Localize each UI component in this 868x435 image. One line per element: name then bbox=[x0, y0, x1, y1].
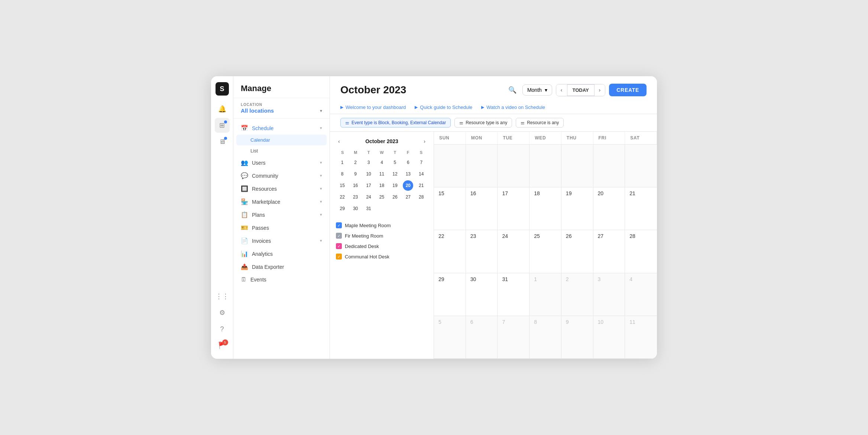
cal-cell-4-3[interactable]: 8 bbox=[529, 316, 561, 358]
sidebar-item-community[interactable]: 💬 Community ▾ bbox=[233, 169, 330, 182]
mini-date-3[interactable]: 3 bbox=[363, 157, 374, 168]
filter-resource-type[interactable]: ⚌ Resource type is any bbox=[454, 118, 512, 128]
mini-date-31[interactable]: 31 bbox=[363, 203, 374, 214]
cal-cell-3-6[interactable]: 4 bbox=[625, 273, 657, 316]
help-icon[interactable]: ? bbox=[215, 322, 230, 336]
monitor-icon[interactable]: 🖥 bbox=[215, 134, 230, 149]
mini-date-25[interactable]: 25 bbox=[376, 192, 387, 202]
resource-fir[interactable]: ✓ Fir Meeting Room bbox=[336, 231, 428, 241]
prev-month-button[interactable]: ‹ bbox=[556, 84, 567, 96]
cal-cell-2-2[interactable]: 24 bbox=[498, 230, 529, 273]
cal-cell-2-1[interactable]: 23 bbox=[466, 230, 498, 273]
cal-cell-3-0[interactable]: 29 bbox=[434, 273, 466, 316]
cal-cell-0-4[interactable] bbox=[561, 145, 593, 187]
cal-cell-3-2[interactable]: 31 bbox=[498, 273, 529, 316]
view-selector[interactable]: Month ▾ bbox=[522, 84, 552, 96]
bell-icon[interactable]: 🔔 bbox=[215, 102, 230, 116]
create-button[interactable]: CREATE bbox=[609, 84, 647, 96]
resource-dedicated[interactable]: ✓ Dedicated Desk bbox=[336, 241, 428, 251]
sidebar-item-schedule[interactable]: 📅 Schedule ▾ bbox=[233, 122, 330, 135]
cal-cell-0-5[interactable] bbox=[593, 145, 625, 187]
mini-date-1[interactable]: 1 bbox=[337, 157, 347, 168]
apps-grid-icon[interactable]: ⋮⋮ bbox=[215, 289, 230, 304]
sidebar-subitem-list[interactable]: List bbox=[233, 145, 330, 156]
location-selector[interactable]: All locations ▾ bbox=[241, 107, 322, 114]
video-link[interactable]: ▶ Watch a video on Schedule bbox=[481, 104, 545, 110]
next-month-button[interactable]: › bbox=[595, 84, 605, 96]
mini-date-12[interactable]: 12 bbox=[390, 169, 400, 179]
cal-cell-1-1[interactable]: 16 bbox=[466, 187, 498, 230]
mini-date-7[interactable]: 7 bbox=[416, 157, 427, 168]
mini-date-24[interactable]: 24 bbox=[363, 192, 374, 202]
cal-cell-2-6[interactable]: 28 bbox=[625, 230, 657, 273]
mini-date-5[interactable]: 5 bbox=[390, 157, 400, 168]
filter-resource[interactable]: ⚌ Resource is any bbox=[516, 118, 564, 128]
mini-date-17[interactable]: 17 bbox=[363, 180, 374, 191]
cal-cell-0-2[interactable] bbox=[498, 145, 529, 187]
cal-cell-2-3[interactable]: 25 bbox=[529, 230, 561, 273]
mini-date-20[interactable]: 20 bbox=[403, 180, 413, 191]
sidebar-item-passes[interactable]: 🎫 Passes bbox=[233, 221, 330, 234]
mini-next-button[interactable]: › bbox=[421, 138, 428, 145]
sidebar-subitem-calendar[interactable]: Calendar bbox=[236, 135, 327, 145]
mini-date-28[interactable]: 28 bbox=[416, 192, 427, 202]
mini-date-10[interactable]: 10 bbox=[363, 169, 374, 179]
app-logo[interactable]: S bbox=[216, 82, 229, 96]
mini-date-2[interactable]: 2 bbox=[350, 157, 361, 168]
cal-cell-1-4[interactable]: 19 bbox=[561, 187, 593, 230]
mini-prev-button[interactable]: ‹ bbox=[336, 138, 342, 145]
cal-cell-0-3[interactable] bbox=[529, 145, 561, 187]
cal-cell-0-1[interactable] bbox=[466, 145, 498, 187]
cal-cell-1-5[interactable]: 20 bbox=[593, 187, 625, 230]
cal-cell-4-1[interactable]: 6 bbox=[466, 316, 498, 358]
mini-date-30[interactable]: 30 bbox=[350, 203, 361, 214]
sidebar-item-invoices[interactable]: 📄 Invoices ▾ bbox=[233, 234, 330, 247]
cal-cell-3-1[interactable]: 30 bbox=[466, 273, 498, 316]
cal-cell-1-3[interactable]: 18 bbox=[529, 187, 561, 230]
flag-icon[interactable]: 🚩 5 bbox=[215, 338, 230, 353]
search-button[interactable]: 🔍 bbox=[506, 84, 519, 96]
cal-cell-2-5[interactable]: 27 bbox=[593, 230, 625, 273]
mini-date-22[interactable]: 22 bbox=[337, 192, 347, 202]
cal-cell-3-3[interactable]: 1 bbox=[529, 273, 561, 316]
mini-date-27[interactable]: 27 bbox=[403, 192, 413, 202]
sidebar-item-users[interactable]: 👥 Users ▾ bbox=[233, 156, 330, 169]
today-button[interactable]: TODAY bbox=[567, 84, 595, 96]
cal-cell-0-6[interactable] bbox=[625, 145, 657, 187]
resource-communal[interactable]: ✓ Communal Hot Desk bbox=[336, 251, 428, 262]
cal-cell-1-0[interactable]: 15 bbox=[434, 187, 466, 230]
cal-cell-2-0[interactable]: 22 bbox=[434, 230, 466, 273]
sidebar-item-marketplace[interactable]: 🏪 Marketplace ▾ bbox=[233, 195, 330, 208]
mini-date-9[interactable]: 9 bbox=[350, 169, 361, 179]
sidebar-item-analytics[interactable]: 📊 Analytics bbox=[233, 247, 330, 260]
mini-date-11[interactable]: 11 bbox=[376, 169, 387, 179]
cal-cell-3-5[interactable]: 3 bbox=[593, 273, 625, 316]
mini-date-4[interactable]: 4 bbox=[376, 157, 387, 168]
cal-cell-4-6[interactable]: 11 bbox=[625, 316, 657, 358]
grid-icon[interactable]: ⊞ bbox=[215, 118, 230, 133]
cal-cell-4-5[interactable]: 10 bbox=[593, 316, 625, 358]
mini-date-18[interactable]: 18 bbox=[376, 180, 387, 191]
mini-date-14[interactable]: 14 bbox=[416, 169, 427, 179]
mini-date-13[interactable]: 13 bbox=[403, 169, 413, 179]
mini-date-8[interactable]: 8 bbox=[337, 169, 347, 179]
mini-date-15[interactable]: 15 bbox=[337, 180, 347, 191]
sidebar-item-data-exporter[interactable]: 📤 Data Exporter bbox=[233, 260, 330, 273]
settings-icon[interactable]: ⚙ bbox=[215, 305, 230, 320]
cal-cell-2-4[interactable]: 26 bbox=[561, 230, 593, 273]
mini-date-21[interactable]: 21 bbox=[416, 180, 427, 191]
mini-date-19[interactable]: 19 bbox=[390, 180, 400, 191]
filter-event-type[interactable]: ⚌ Event type is Block, Booking, External… bbox=[340, 118, 451, 128]
mini-date-26[interactable]: 26 bbox=[390, 192, 400, 202]
resource-maple[interactable]: ✓ Maple Meeting Room bbox=[336, 220, 428, 231]
sidebar-item-events[interactable]: 🗓 Events bbox=[233, 273, 330, 286]
cal-cell-4-0[interactable]: 5 bbox=[434, 316, 466, 358]
mini-date-29[interactable]: 29 bbox=[337, 203, 347, 214]
cal-cell-4-4[interactable]: 9 bbox=[561, 316, 593, 358]
sidebar-item-plans[interactable]: 📋 Plans ▾ bbox=[233, 208, 330, 221]
sidebar-item-resources[interactable]: 🔲 Resources ▾ bbox=[233, 182, 330, 195]
mini-date-6[interactable]: 6 bbox=[403, 157, 413, 168]
cal-cell-1-2[interactable]: 17 bbox=[498, 187, 529, 230]
cal-cell-3-4[interactable]: 2 bbox=[561, 273, 593, 316]
cal-cell-0-0[interactable] bbox=[434, 145, 466, 187]
